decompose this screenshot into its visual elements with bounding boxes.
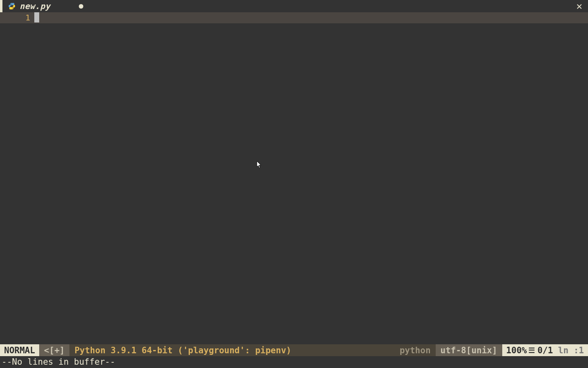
end-of-buffer-tilde: ~	[0, 277, 30, 288]
end-of-buffer-tilde: ~	[0, 266, 30, 277]
end-of-buffer-tilde: ~	[0, 255, 30, 266]
position-segment: 100% ☰ 0/1 ln :1	[502, 344, 588, 356]
end-of-buffer-tilde: ~	[0, 34, 30, 45]
line-number: 1	[0, 12, 30, 23]
end-of-buffer-tilde: ~	[0, 134, 30, 145]
end-of-buffer-tilde: ~	[0, 167, 30, 178]
end-of-buffer-tilde: ~	[0, 200, 30, 211]
tab-newpy[interactable]: new.py	[0, 0, 91, 12]
flags-segment: <[+]	[39, 344, 70, 356]
end-of-buffer-tilde: ~	[0, 321, 30, 332]
close-icon[interactable]: ✕	[577, 0, 582, 12]
message-line: --No lines in buffer--	[0, 356, 588, 368]
tab-filename: new.py	[20, 1, 50, 11]
end-of-buffer-tilde: ~	[0, 288, 30, 299]
line-number-gutter: 1 ~~~~~~~~~~~~~~~~~~~~~~~~~~~~	[0, 12, 34, 344]
status-line: NORMAL <[+] Python 3.9.1 64-bit ('playgr…	[0, 344, 588, 356]
end-of-buffer-tilde: ~	[0, 145, 30, 156]
text-cursor	[34, 12, 39, 22]
code-area[interactable]	[34, 12, 588, 344]
end-of-buffer-tilde: ~	[0, 178, 30, 189]
end-of-buffer-tilde: ~	[0, 123, 30, 134]
end-of-buffer-tilde: ~	[0, 233, 30, 244]
end-of-buffer-tilde: ~	[0, 156, 30, 167]
end-of-buffer-tilde: ~	[0, 222, 30, 233]
end-of-buffer-tilde: ~	[0, 90, 30, 101]
end-of-buffer-tilde: ~	[0, 299, 30, 310]
end-of-buffer-tilde: ~	[0, 244, 30, 255]
interpreter-segment[interactable]: Python 3.9.1 64-bit ('playground': pipen…	[69, 344, 296, 356]
editor-window: new.py ✕ 1 ~~~~~~~~~~~~~~~~~~~~~~~~~~~~ …	[0, 0, 588, 368]
mode-segment: NORMAL	[0, 344, 39, 356]
python-icon	[8, 2, 16, 10]
hamburger-icon: ☰	[528, 346, 535, 355]
end-of-buffer-tilde: ~	[0, 23, 30, 34]
end-of-buffer-tilde: ~	[0, 101, 30, 112]
end-of-buffer-tilde: ~	[0, 56, 30, 67]
editor-area[interactable]: 1 ~~~~~~~~~~~~~~~~~~~~~~~~~~~~	[0, 12, 588, 344]
tab-bar: new.py ✕	[0, 0, 588, 12]
encoding-segment: utf-8[unix]	[436, 344, 502, 356]
status-spacer	[296, 344, 394, 356]
end-of-buffer-tilde: ~	[0, 211, 30, 222]
tab-active-indicator	[0, 0, 2, 12]
percent: 100%	[506, 346, 527, 355]
end-of-buffer-tilde: ~	[0, 112, 30, 123]
end-of-buffer-tilde: ~	[0, 67, 30, 79]
end-of-buffer-tilde: ~	[0, 79, 30, 90]
line-col: ln :1	[558, 346, 584, 355]
filetype-segment: python	[395, 344, 436, 356]
end-of-buffer-tilde: ~	[0, 310, 30, 321]
end-of-buffer-tilde: ~	[0, 45, 30, 56]
end-of-buffer-tilde: ~	[0, 189, 30, 200]
modified-dot-icon	[79, 4, 83, 9]
position-fraction: 0/1	[537, 346, 553, 355]
